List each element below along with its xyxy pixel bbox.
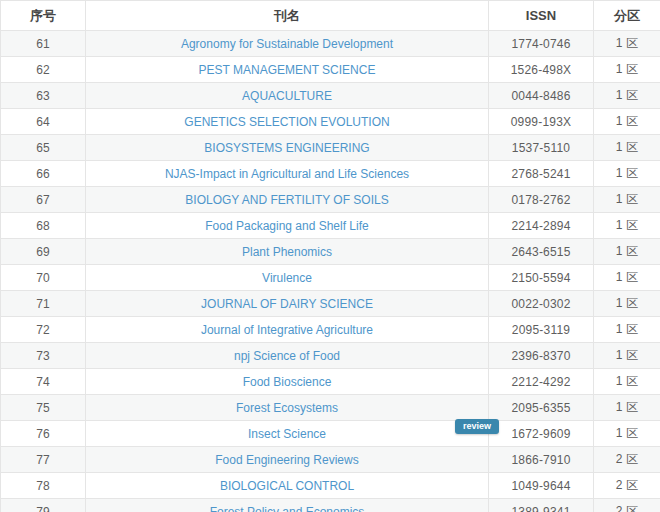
row-zone: 1 区: [616, 322, 639, 336]
journal-link[interactable]: AQUACULTURE: [242, 89, 332, 103]
row-number: 64: [36, 115, 50, 129]
column-header-issn: ISSN: [489, 1, 594, 31]
table-row: 74 Food Bioscience 2212-4292 1 区: [1, 369, 660, 395]
row-issn: 1774-0746: [511, 37, 570, 51]
journal-link[interactable]: BIOLOGICAL CONTROL: [220, 479, 354, 493]
row-issn: 2150-5594: [511, 271, 570, 285]
row-zone: 1 区: [616, 400, 639, 414]
journal-link[interactable]: Forest Ecosystems: [236, 401, 338, 415]
row-number: 62: [36, 63, 50, 77]
row-zone: 1 区: [616, 270, 639, 284]
journal-link[interactable]: Food Packaging and Shelf Life: [205, 219, 368, 233]
row-issn: 1672-9609: [511, 427, 570, 441]
journal-link[interactable]: Plant Phenomics: [242, 245, 332, 259]
table-row: 62 PEST MANAGEMENT SCIENCE 1526-498X 1 区: [1, 57, 660, 83]
row-zone: 1 区: [616, 296, 639, 310]
row-issn: 1049-9644: [511, 479, 570, 493]
row-number: 63: [36, 89, 50, 103]
row-number: 73: [36, 349, 50, 363]
row-issn: 1526-498X: [511, 63, 572, 77]
row-number: 71: [36, 297, 50, 311]
row-zone: 1 区: [616, 166, 639, 180]
journal-link[interactable]: Virulence: [262, 271, 312, 285]
table-row: 63 AQUACULTURE 0044-8486 1 区: [1, 83, 660, 109]
row-number: 78: [36, 479, 50, 493]
row-zone: 1 区: [616, 192, 639, 206]
column-header-name: 刊名: [86, 1, 489, 31]
row-zone: 1 区: [616, 374, 639, 388]
journal-link[interactable]: BIOLOGY AND FERTILITY OF SOILS: [185, 193, 388, 207]
row-number: 79: [36, 505, 50, 512]
row-number: 68: [36, 219, 50, 233]
row-number: 70: [36, 271, 50, 285]
table-row: 69 Plant Phenomics 2643-6515 1 区: [1, 239, 660, 265]
column-header-no: 序号: [1, 1, 86, 31]
table-row: 65 BIOSYSTEMS ENGINEERING 1537-5110 1 区: [1, 135, 660, 161]
journal-link[interactable]: BIOSYSTEMS ENGINEERING: [204, 141, 369, 155]
row-issn: 0044-8486: [511, 89, 570, 103]
journal-link[interactable]: Forest Policy and Economics: [210, 505, 365, 512]
journal-link[interactable]: Food Engineering Reviews: [215, 453, 358, 467]
row-number: 77: [36, 453, 50, 467]
row-issn: 0022-0302: [511, 297, 570, 311]
journal-link[interactable]: Journal of Integrative Agriculture: [201, 323, 373, 337]
row-zone: 1 区: [616, 36, 639, 50]
row-zone: 1 区: [616, 348, 639, 362]
row-zone: 1 区: [616, 218, 639, 232]
row-number: 69: [36, 245, 50, 259]
row-number: 74: [36, 375, 50, 389]
journal-link[interactable]: GENETICS SELECTION EVOLUTION: [184, 115, 389, 129]
row-issn: 2768-5241: [511, 167, 570, 181]
table-row: 66 NJAS-Impact in Agricultural and Life …: [1, 161, 660, 187]
journal-link[interactable]: JOURNAL OF DAIRY SCIENCE: [201, 297, 373, 311]
column-header-zone: 分区: [594, 1, 660, 31]
table-row: 79 Forest Policy and Economics 1389-9341…: [1, 499, 660, 512]
row-number: 67: [36, 193, 50, 207]
row-issn: 1537-5110: [512, 141, 570, 155]
table-row: 61 Agronomy for Sustainable Development …: [1, 31, 660, 57]
row-issn: 2095-3119: [512, 323, 570, 337]
journal-link[interactable]: PEST MANAGEMENT SCIENCE: [199, 63, 376, 77]
journal-link[interactable]: Insect Science: [248, 427, 326, 441]
journal-table-header: 序号 刊名 ISSN 分区: [1, 1, 660, 31]
table-row: 75 Forest Ecosystems 2095-6355 1 区: [1, 395, 660, 421]
table-row: 70 Virulence 2150-5594 1 区: [1, 265, 660, 291]
row-zone: 1 区: [616, 62, 639, 76]
row-number: 61: [36, 37, 50, 51]
row-number: 75: [36, 401, 50, 415]
table-row: 77 Food Engineering Reviews 1866-7910 2 …: [1, 447, 660, 473]
row-zone: 1 区: [616, 88, 639, 102]
journal-link[interactable]: Agronomy for Sustainable Development: [181, 37, 393, 51]
row-issn: 1389-9341: [511, 505, 570, 512]
journal-table-body: 61 Agronomy for Sustainable Development …: [1, 31, 660, 512]
row-number: 72: [36, 323, 50, 337]
journal-link[interactable]: Food Bioscience: [243, 375, 332, 389]
journal-list-page: 序号 刊名 ISSN 分区 61 Agronomy for Sustainabl…: [0, 0, 660, 512]
row-issn: 2214-2894: [511, 219, 570, 233]
journal-link[interactable]: NJAS-Impact in Agricultural and Life Sci…: [165, 167, 409, 181]
row-zone: 1 区: [616, 140, 639, 154]
table-row: 73 npj Science of Food 2396-8370 1 区: [1, 343, 660, 369]
review-tooltip-badge: review: [455, 419, 499, 434]
table-row: 78 BIOLOGICAL CONTROL 1049-9644 2 区: [1, 473, 660, 499]
row-zone: 2 区: [616, 478, 639, 492]
row-issn: 1866-7910: [511, 453, 570, 467]
table-row: 64 GENETICS SELECTION EVOLUTION 0999-193…: [1, 109, 660, 135]
table-row: 67 BIOLOGY AND FERTILITY OF SOILS 0178-2…: [1, 187, 660, 213]
row-zone: 1 区: [616, 244, 639, 258]
row-issn: 0178-2762: [511, 193, 570, 207]
journal-link[interactable]: npj Science of Food: [234, 349, 340, 363]
row-zone: 1 区: [616, 426, 639, 440]
table-row: 71 JOURNAL OF DAIRY SCIENCE 0022-0302 1 …: [1, 291, 660, 317]
row-zone: 2 区: [616, 452, 639, 466]
row-zone: 2 区: [616, 504, 639, 512]
row-number: 66: [36, 167, 50, 181]
row-issn: 2643-6515: [511, 245, 570, 259]
journal-table: 序号 刊名 ISSN 分区 61 Agronomy for Sustainabl…: [0, 0, 660, 512]
row-zone: 1 区: [616, 114, 639, 128]
row-issn: 2095-6355: [511, 401, 570, 415]
table-row: 72 Journal of Integrative Agriculture 20…: [1, 317, 660, 343]
table-row: 68 Food Packaging and Shelf Life 2214-28…: [1, 213, 660, 239]
row-issn: 2396-8370: [511, 349, 570, 363]
table-row: 76 Insect Science 1672-9609 1 区: [1, 421, 660, 447]
